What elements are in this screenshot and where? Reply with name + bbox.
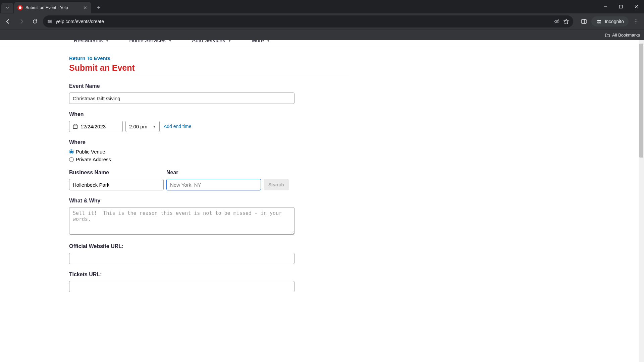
when-group: When 12/24/2023 2:00 pm ▼ Add end time: [69, 111, 416, 132]
website-url-input[interactable]: [69, 253, 294, 264]
bookmark-star-icon[interactable]: [563, 18, 569, 24]
chevron-down-icon: ▼: [267, 40, 270, 43]
scrollbar-thumb[interactable]: [639, 44, 643, 158]
private-address-label: Private Address: [76, 157, 111, 162]
new-tab-button[interactable]: +: [94, 3, 103, 12]
all-bookmarks-link[interactable]: All Bookmarks: [605, 33, 640, 38]
yelp-favicon: [17, 5, 23, 10]
radio-icon: [69, 149, 74, 154]
svg-rect-11: [73, 125, 77, 128]
browser-toolbar: yelp.com/events/create Incognito: [0, 13, 644, 29]
incognito-icon: [596, 18, 602, 24]
svg-point-8: [636, 19, 637, 20]
address-bar[interactable]: yelp.com/events/create: [43, 15, 573, 27]
folder-icon: [605, 33, 610, 38]
return-to-events-link[interactable]: Return To Events: [69, 55, 110, 61]
eye-off-icon[interactable]: [554, 18, 560, 24]
near-label: Near: [166, 170, 261, 176]
event-name-input[interactable]: [69, 93, 294, 104]
chevron-down-icon: ▼: [228, 40, 231, 43]
scrollbar[interactable]: [639, 40, 644, 362]
date-input[interactable]: 12/24/2023: [69, 121, 123, 132]
page-title: Submit an Event: [69, 63, 416, 73]
close-window-button[interactable]: [629, 0, 644, 13]
browser-chrome: Submit an Event - Yelp ✕ + yelp.com/even…: [0, 0, 644, 40]
svg-rect-5: [582, 19, 586, 23]
public-venue-label: Public Venue: [76, 149, 105, 155]
svg-point-3: [49, 22, 49, 23]
svg-point-9: [636, 21, 637, 22]
what-why-group: What & Why: [69, 198, 416, 236]
business-name-input[interactable]: [69, 179, 164, 190]
content: Return To Events Submit an Event Event N…: [0, 47, 416, 292]
svg-rect-0: [620, 5, 623, 8]
event-name-group: Event Name: [69, 83, 416, 104]
time-select[interactable]: 2:00 pm ▼: [125, 121, 160, 132]
private-address-radio[interactable]: Private Address: [69, 157, 416, 162]
all-bookmarks-label: All Bookmarks: [612, 33, 640, 38]
chevron-down-icon: ▼: [105, 40, 109, 43]
close-tab-button[interactable]: ✕: [83, 5, 88, 10]
category-nav: Restaurants▼ Home Services▼ Auto Service…: [0, 40, 644, 47]
date-value: 12/24/2023: [80, 124, 106, 129]
site-settings-icon[interactable]: [47, 19, 52, 24]
radio-icon: [69, 157, 74, 162]
browser-menu-button[interactable]: [631, 16, 641, 27]
tab-search-button[interactable]: [1, 3, 13, 13]
nav-home-services[interactable]: Home Services▼: [129, 40, 172, 44]
svg-point-2: [50, 21, 51, 22]
browser-tab[interactable]: Submit an Event - Yelp ✕: [14, 2, 91, 13]
window-controls: [598, 0, 644, 13]
svg-point-7: [599, 22, 601, 23]
nav-restaurants[interactable]: Restaurants▼: [74, 40, 109, 44]
what-why-textarea[interactable]: [69, 207, 294, 235]
svg-point-10: [636, 23, 637, 24]
tickets-url-input[interactable]: [69, 281, 294, 292]
what-why-label: What & Why: [69, 198, 416, 204]
website-url-label: Official Website URL:: [69, 243, 416, 249]
page-viewport: Restaurants▼ Home Services▼ Auto Service…: [0, 40, 644, 362]
reload-button[interactable]: [30, 16, 40, 27]
where-label: Where: [69, 139, 416, 145]
business-search-row: Business Name Near Search: [69, 170, 416, 190]
search-button[interactable]: Search: [264, 179, 289, 190]
chevron-down-icon: ▼: [153, 125, 156, 128]
where-group: Where Public Venue Private Address: [69, 139, 416, 162]
incognito-badge[interactable]: Incognito: [591, 16, 629, 26]
maximize-button[interactable]: [613, 0, 629, 13]
chevron-down-icon: ▼: [168, 40, 172, 43]
divider: [69, 77, 349, 77]
url-text: yelp.com/events/create: [56, 19, 550, 24]
when-label: When: [69, 111, 416, 117]
time-value: 2:00 pm: [129, 124, 147, 129]
tab-title: Submit an Event - Yelp: [25, 5, 80, 10]
add-end-time-link[interactable]: Add end time: [164, 124, 192, 129]
svg-point-1: [48, 20, 49, 21]
back-button[interactable]: [3, 16, 13, 27]
titlebar: Submit an Event - Yelp ✕ +: [0, 0, 644, 13]
nav-auto-services[interactable]: Auto Services▼: [192, 40, 232, 44]
business-name-label: Business Name: [69, 170, 164, 176]
event-name-label: Event Name: [69, 83, 416, 89]
chevron-down-icon: [5, 6, 9, 10]
minimize-button[interactable]: [598, 0, 613, 13]
calendar-icon: [73, 124, 78, 129]
incognito-label: Incognito: [605, 19, 624, 24]
side-panel-icon[interactable]: [579, 16, 589, 27]
page-wrap: Restaurants▼ Home Services▼ Auto Service…: [0, 40, 644, 292]
tickets-url-label: Tickets URL:: [69, 272, 416, 278]
bookmarks-bar: All Bookmarks: [0, 29, 644, 40]
svg-point-6: [597, 22, 599, 23]
website-url-group: Official Website URL:: [69, 243, 416, 264]
near-input[interactable]: [166, 179, 261, 190]
public-venue-radio[interactable]: Public Venue: [69, 149, 416, 155]
nav-more[interactable]: More▼: [252, 40, 270, 44]
tickets-url-group: Tickets URL:: [69, 272, 416, 292]
forward-button[interactable]: [16, 16, 27, 27]
